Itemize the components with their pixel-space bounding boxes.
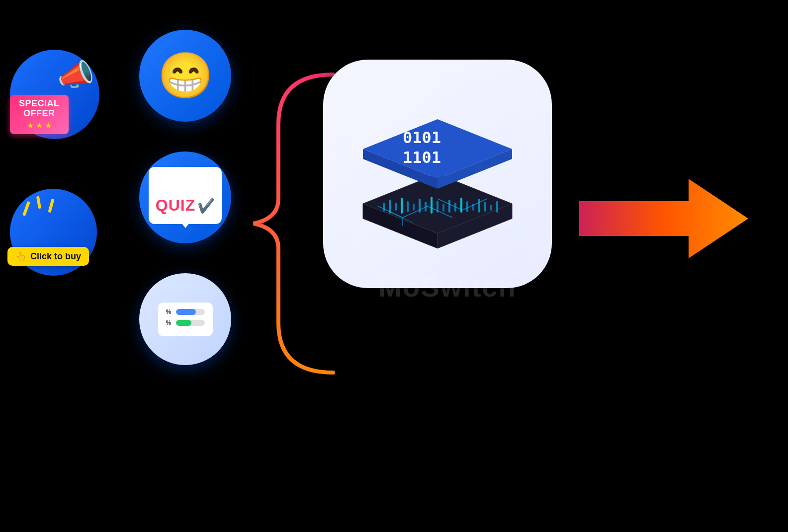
special-offer-text-line2: OFFER <box>19 109 60 119</box>
quiz-content: QUIZ✔️ <box>149 167 222 228</box>
svg-rect-26 <box>478 199 480 213</box>
app-name: MoSwitch <box>323 271 572 303</box>
svg-marker-35 <box>579 179 748 258</box>
progress-bar-fill-2 <box>176 320 192 326</box>
svg-rect-14 <box>407 201 409 212</box>
svg-text:0101: 0101 <box>403 128 441 147</box>
cursor-icon: 👆 <box>15 251 26 262</box>
svg-rect-16 <box>419 199 421 213</box>
megaphone-icon: 📣 <box>57 57 94 92</box>
arrow-wrap <box>579 164 748 275</box>
svg-rect-20 <box>442 204 444 212</box>
svg-rect-17 <box>425 202 427 212</box>
svg-rect-11 <box>389 200 391 214</box>
svg-rect-15 <box>413 204 415 211</box>
svg-rect-22 <box>454 203 456 212</box>
app-icon-box[interactable]: 0101 1101 <box>323 60 552 288</box>
quiz-text: QUIZ <box>156 196 195 214</box>
svg-rect-25 <box>472 204 474 211</box>
svg-rect-21 <box>448 200 450 213</box>
star-2: ★ <box>36 121 43 130</box>
left-icons: 📣 SPECIAL OFFER ★ ★ ★ <box>10 50 109 278</box>
svg-rect-24 <box>466 201 468 212</box>
svg-rect-13 <box>401 198 403 214</box>
quiz-check-icon: ✔️ <box>197 198 215 214</box>
progress-bar-fill-1 <box>176 309 196 315</box>
svg-rect-28 <box>490 205 492 211</box>
svg-rect-10 <box>383 203 385 212</box>
progress-row-1: % <box>166 308 205 315</box>
svg-rect-18 <box>431 197 433 214</box>
svg-rect-23 <box>460 198 462 213</box>
svg-rect-29 <box>496 201 498 213</box>
svg-rect-27 <box>484 202 486 212</box>
pct-label-1: % <box>166 308 173 315</box>
quiz-circle: QUIZ✔️ <box>139 152 231 243</box>
buy-button-label: Click to buy <box>30 251 81 262</box>
buy-button[interactable]: 👆 Click to buy <box>7 247 89 266</box>
emoji-circle: 😁 <box>139 30 231 122</box>
special-offer-badge: SPECIAL OFFER ★ ★ ★ <box>10 95 69 134</box>
sparkle-3 <box>48 199 54 213</box>
progress-row-2: % <box>166 319 205 326</box>
special-offer-text-line1: SPECIAL <box>19 99 60 109</box>
progress-bar-bg-2 <box>176 320 205 326</box>
progress-card: % % <box>158 303 213 336</box>
special-offer-widget[interactable]: 📣 SPECIAL OFFER ★ ★ ★ <box>10 50 109 149</box>
progress-bar-bg-1 <box>176 309 205 315</box>
svg-rect-12 <box>395 203 397 211</box>
emoji-icon: 😁 <box>158 50 213 102</box>
svg-text:1101: 1101 <box>403 148 441 167</box>
click-to-buy-widget[interactable]: 👆 Click to buy <box>10 189 109 278</box>
main-scene: 📣 SPECIAL OFFER ★ ★ ★ <box>0 0 788 532</box>
svg-rect-19 <box>437 201 438 213</box>
progress-circle: % % <box>139 273 231 365</box>
star-3: ★ <box>45 121 52 130</box>
stars-row: ★ ★ ★ <box>19 121 60 130</box>
sparkle-1 <box>22 201 30 216</box>
app-icon-wrap: 0101 1101 MoSwitch <box>323 60 562 298</box>
sparkle-2 <box>36 196 41 209</box>
middle-circles: 😁 QUIZ✔️ % % <box>139 30 231 365</box>
star-1: ★ <box>27 121 34 130</box>
quiz-bubble: QUIZ✔️ <box>149 167 222 224</box>
pct-label-2: % <box>166 319 173 326</box>
